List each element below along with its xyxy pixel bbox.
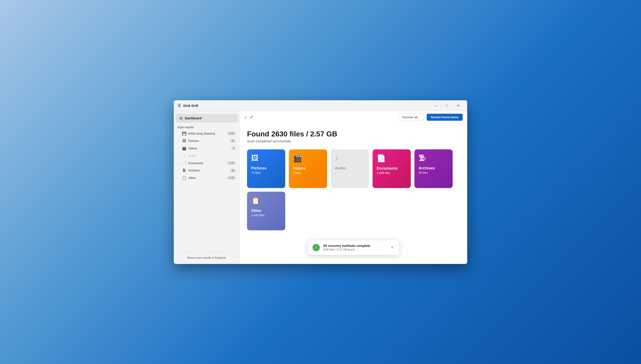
toast-text: All recovery methods complete 2630 files… xyxy=(323,244,386,251)
dashboard-label: Dashboard xyxy=(185,116,202,120)
chevron-icon: › xyxy=(177,177,180,179)
raid-icon: 💾 xyxy=(182,132,187,136)
menu-icon[interactable]: ☰ xyxy=(177,103,181,108)
dashboard-icon: ⊞ xyxy=(179,116,183,121)
pictures-card-icon: 🖼 xyxy=(251,154,281,162)
raid-count: 2.6K xyxy=(227,132,236,135)
maximize-button[interactable]: □ xyxy=(442,102,452,109)
archives-card-icon: 🗜 xyxy=(418,154,449,162)
sidebar-item-other[interactable]: › 📋 Other 1.4K xyxy=(174,174,240,182)
audio-card-icon: ♪ xyxy=(335,154,365,162)
other-card-count: 1,430 files xyxy=(251,214,281,217)
content-area: ⌂ ✔ Recover all... Review found items Fo… xyxy=(240,111,467,264)
card-documents[interactable]: 📄 Documents 1,085 files xyxy=(373,149,411,188)
cards-grid: 🖼 Pictures 75 files 🎬 Videos 4 files ♪ A… xyxy=(247,149,460,230)
scan-status: Scan completed successfully xyxy=(247,139,460,143)
videos-card-icon: 🎬 xyxy=(293,154,323,162)
sidebar-item-pictures[interactable]: › 🖼 Pictures 75 xyxy=(174,137,240,144)
sidebar: ⊞ Dashboard Scan results 💾 RAID array (R… xyxy=(174,111,240,264)
titlebar: ☰ Disk Drill — □ ✕ xyxy=(174,100,467,111)
sidebar-item-raid[interactable]: 💾 RAID array (Raid10) 2.6K xyxy=(174,130,240,137)
other-label: Other xyxy=(188,176,225,180)
recovery-toast: ✓ All recovery methods complete 2630 fil… xyxy=(308,240,399,255)
content-toolbar: ⌂ ✔ Recover all... Review found items xyxy=(240,111,467,124)
videos-label: Videos xyxy=(188,147,229,150)
documents-card-icon: 📄 xyxy=(377,154,407,162)
archives-icon: 🗜 xyxy=(182,168,187,172)
review-found-items-button[interactable]: Review found items xyxy=(427,114,463,121)
app-window: ☰ Disk Drill — □ ✕ ⊞ Dashboard Scan resu… xyxy=(174,100,467,264)
sidebar-item-documents[interactable]: › 📄 Documents 1.1K xyxy=(174,160,240,167)
sidebar-footer: Show scan results in Explorer xyxy=(174,251,240,264)
main-layout: ⊞ Dashboard Scan results 💾 RAID array (R… xyxy=(174,111,467,264)
card-audio[interactable]: ♪ Audio — xyxy=(331,149,369,188)
videos-card-count: 4 files xyxy=(293,171,323,174)
audio-card-count: — xyxy=(335,171,365,174)
audio-icon: ♪ xyxy=(182,154,187,158)
audio-label: Audio xyxy=(188,154,236,157)
sidebar-item-dashboard[interactable]: ⊞ Dashboard xyxy=(176,114,238,122)
documents-label: Documents xyxy=(188,162,225,165)
chevron-icon: › xyxy=(177,169,180,172)
pictures-count: 75 xyxy=(230,139,236,143)
card-other[interactable]: 📋 Other 1,430 files xyxy=(247,192,285,230)
other-count: 1.4K xyxy=(227,176,236,180)
toast-success-icon: ✓ xyxy=(313,244,320,251)
pictures-card-name: Pictures xyxy=(251,166,281,170)
content-body: Found 2630 files / 2.57 GB Scan complete… xyxy=(240,124,467,264)
other-card-name: Other xyxy=(251,208,281,213)
card-videos[interactable]: 🎬 Videos 4 files xyxy=(289,149,327,188)
home-icon[interactable]: ⌂ xyxy=(244,114,247,120)
documents-card-name: Documents xyxy=(377,166,407,171)
videos-card-name: Videos xyxy=(293,166,323,171)
videos-icon: 🎬 xyxy=(182,146,187,150)
archives-card-count: 36 files xyxy=(418,171,449,174)
documents-count: 1.1K xyxy=(227,161,236,165)
close-button[interactable]: ✕ xyxy=(453,102,464,109)
documents-icon: 📄 xyxy=(182,161,187,165)
recover-all-button[interactable]: Recover all... xyxy=(398,114,424,121)
minimize-button[interactable]: — xyxy=(430,102,441,109)
toast-subtitle: 2630 files / 2.57 GB found xyxy=(323,248,386,251)
toast-close-button[interactable]: ✕ xyxy=(390,244,394,250)
window-controls: — □ ✕ xyxy=(430,102,464,109)
raid-label: RAID array (Raid10) xyxy=(188,132,225,135)
documents-card-count: 1,085 files xyxy=(377,171,407,174)
sidebar-item-archives[interactable]: › 🗜 Archives 36 xyxy=(174,167,240,174)
sidebar-nav: ⊞ Dashboard Scan results 💾 RAID array (R… xyxy=(174,111,240,251)
app-title: Disk Drill xyxy=(183,104,198,108)
pictures-icon: 🖼 xyxy=(182,139,187,143)
sidebar-item-videos[interactable]: › 🎬 Videos 4 xyxy=(174,144,240,152)
sidebar-item-audio: ♪ Audio xyxy=(174,152,240,160)
pictures-label: Pictures xyxy=(188,139,228,142)
show-in-explorer-button[interactable]: Show scan results in Explorer xyxy=(177,254,236,261)
pictures-card-count: 75 files xyxy=(251,171,281,174)
audio-card-name: Audio xyxy=(335,166,365,170)
other-icon: 📋 xyxy=(182,176,187,180)
card-pictures[interactable]: 🖼 Pictures 75 files xyxy=(247,149,285,188)
card-archives[interactable]: 🗜 Archives 36 files xyxy=(414,149,453,188)
check-icon[interactable]: ✔ xyxy=(250,114,254,120)
scan-results-label: Scan results xyxy=(174,124,240,130)
toast-title: All recovery methods complete xyxy=(323,244,386,248)
archives-label: Archives xyxy=(188,169,228,172)
archives-count: 36 xyxy=(230,169,236,172)
found-title: Found 2630 files / 2.57 GB xyxy=(247,130,460,138)
videos-count: 4 xyxy=(231,146,236,150)
archives-card-name: Archives xyxy=(418,166,449,170)
chevron-icon: › xyxy=(177,162,180,164)
chevron-icon: › xyxy=(177,140,180,142)
chevron-icon: › xyxy=(177,147,180,150)
other-card-icon: 📋 xyxy=(251,196,281,205)
